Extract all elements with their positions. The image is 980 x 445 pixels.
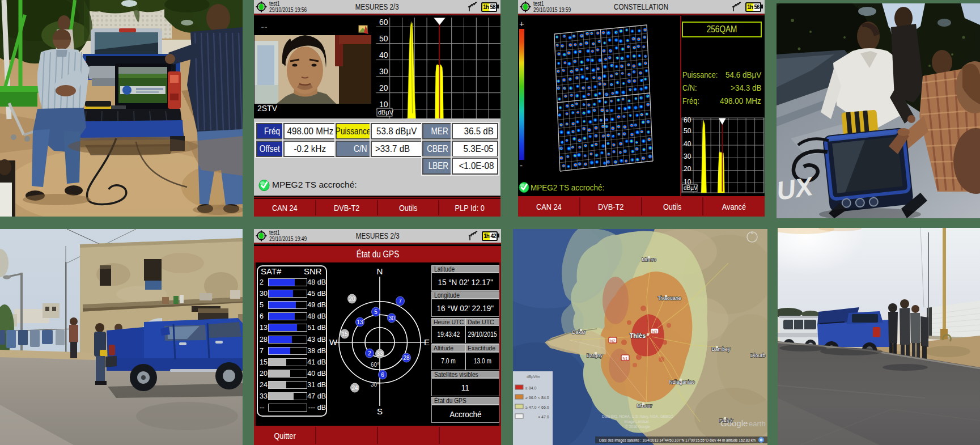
svg-text:< 84.0: < 84.0 [538, 396, 549, 400]
svg-text:Dakar: Dakar [572, 329, 586, 335]
svg-text:≥ 66.0: ≥ 66.0 [525, 396, 537, 400]
svg-text:30: 30 [388, 315, 395, 321]
svg-text:< 66.0: < 66.0 [538, 405, 549, 409]
svg-text:50: 50 [379, 34, 388, 43]
svg-text:Diourb: Diourb [750, 353, 766, 358]
svg-text:60: 60 [684, 116, 691, 124]
svg-text:Date des images satellite : 10: Date des images satellite : 10/4/2013 14… [599, 438, 756, 443]
svg-text:dBµV: dBµV [684, 185, 698, 191]
svg-text:7: 7 [398, 298, 402, 304]
svg-text:60: 60 [379, 18, 388, 27]
svg-text:W: W [329, 337, 338, 347]
svg-text:40: 40 [379, 50, 388, 60]
svg-text:< 47.0: < 47.0 [538, 415, 549, 419]
svg-text:30: 30 [379, 67, 388, 76]
svg-text:40: 40 [684, 140, 691, 148]
svg-text:20: 20 [684, 165, 691, 173]
svg-text:30°: 30° [371, 382, 379, 388]
svg-text:6: 6 [381, 372, 384, 378]
svg-text:≥ 47.0: ≥ 47.0 [525, 405, 537, 409]
svg-text:24: 24 [351, 385, 358, 391]
svg-text:N2: N2 [610, 339, 616, 343]
svg-text:N: N [751, 231, 753, 235]
svg-text:Thiès: Thiès [630, 332, 646, 339]
svg-text:dBµV/m: dBµV/m [527, 375, 540, 379]
svg-text:Data SIO, NOAA, U.S. Navy, NGA: Data SIO, NOAA, U.S. Navy, NGA, GEBCO [602, 414, 673, 419]
svg-text:N1: N1 [623, 357, 628, 361]
svg-text:Bambey: Bambey [711, 346, 731, 352]
svg-text:20: 20 [379, 83, 388, 92]
svg-text:Google: Google [720, 418, 748, 428]
svg-text:≥ 84.0: ≥ 84.0 [525, 386, 537, 390]
svg-text:© 2016 Google: © 2016 Google [625, 425, 650, 429]
svg-text:earth: earth [749, 419, 766, 428]
svg-text:N: N [377, 266, 383, 276]
svg-text:dBµV: dBµV [378, 109, 394, 116]
svg-text:15: 15 [341, 331, 348, 337]
svg-text:20: 20 [349, 296, 355, 302]
svg-text:UX: UX [777, 171, 816, 206]
svg-text:E: E [424, 337, 430, 347]
svg-text:S: S [377, 406, 383, 416]
svg-text:2: 2 [368, 350, 371, 357]
svg-text:10: 10 [379, 100, 388, 109]
svg-text:60°: 60° [371, 362, 379, 368]
svg-text:30: 30 [684, 152, 691, 160]
svg-text:13: 13 [357, 319, 363, 325]
svg-text:Image Landsat: Image Landsat [624, 419, 648, 424]
svg-text:5: 5 [374, 309, 377, 315]
svg-text:50: 50 [684, 127, 691, 135]
svg-text:33: 33 [376, 351, 383, 357]
svg-text:Tivaouane: Tivaouane [657, 295, 681, 301]
svg-text:N3: N3 [652, 330, 657, 334]
svg-text:28: 28 [403, 355, 410, 361]
